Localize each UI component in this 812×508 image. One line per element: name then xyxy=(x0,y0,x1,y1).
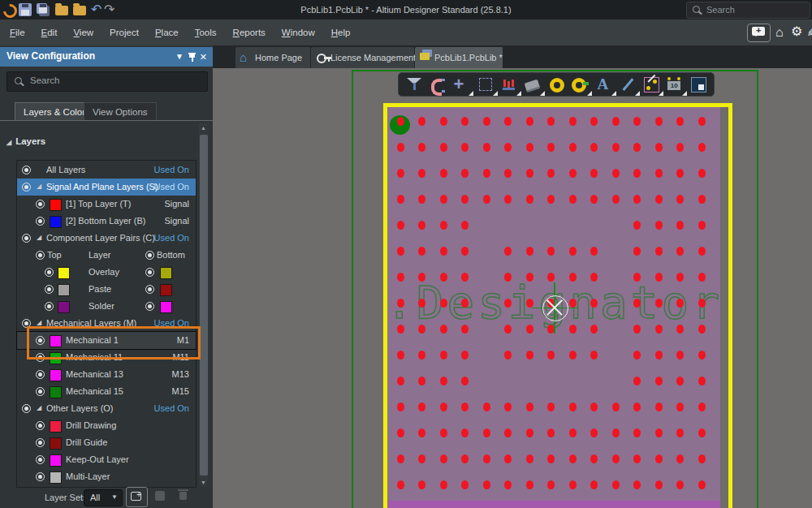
pad[interactable] xyxy=(676,247,684,256)
pad[interactable] xyxy=(504,195,512,204)
pad[interactable] xyxy=(526,273,533,282)
menu-edit[interactable]: Edit xyxy=(33,19,66,45)
pad[interactable] xyxy=(526,143,533,152)
pad[interactable] xyxy=(461,377,469,385)
pad[interactable] xyxy=(526,403,533,411)
pad[interactable] xyxy=(590,480,598,489)
pad[interactable] xyxy=(397,403,404,411)
layer-row-1-top-layer-t[interactable]: [1] Top Layer (T)Signal xyxy=(17,196,196,213)
pad[interactable] xyxy=(698,325,706,334)
pad[interactable] xyxy=(461,480,469,489)
pad[interactable] xyxy=(504,273,512,282)
pad[interactable] xyxy=(418,117,425,126)
pad[interactable] xyxy=(633,117,641,126)
pad[interactable] xyxy=(483,480,490,489)
visibility-eye-icon[interactable] xyxy=(145,251,154,260)
layer-row-solder[interactable]: Solder xyxy=(17,298,196,315)
pad[interactable] xyxy=(633,247,641,256)
visibility-eye-icon[interactable] xyxy=(22,166,31,174)
pad[interactable] xyxy=(504,117,512,126)
doc-tab-pcblib1-pcblib[interactable]: PcbLib1.PcbLib * xyxy=(415,47,503,68)
save-layer-set-button[interactable] xyxy=(150,487,171,506)
pad[interactable] xyxy=(633,377,641,385)
via-icon[interactable] xyxy=(570,75,590,94)
expand-triangle-icon[interactable]: ◢ xyxy=(37,404,41,411)
menu-file[interactable]: File xyxy=(2,19,33,45)
pad[interactable] xyxy=(676,195,684,204)
menu-place[interactable]: Place xyxy=(147,19,187,45)
pad[interactable] xyxy=(397,377,404,385)
pad[interactable] xyxy=(461,117,469,126)
board-shape-icon[interactable] xyxy=(689,75,708,94)
pad[interactable] xyxy=(397,299,404,308)
line-icon[interactable] xyxy=(618,75,637,94)
doc-tab-license-management[interactable]: License Management xyxy=(311,47,415,68)
visibility-eye-icon[interactable] xyxy=(36,455,45,464)
pad[interactable] xyxy=(676,169,684,178)
pad[interactable] xyxy=(655,351,663,359)
delete-layer-set-button[interactable] xyxy=(173,487,193,506)
color-swatch[interactable] xyxy=(50,369,62,381)
color-swatch[interactable] xyxy=(160,267,172,279)
pad[interactable] xyxy=(676,299,684,308)
jump-location-icon[interactable]: + xyxy=(451,75,471,94)
pad[interactable] xyxy=(547,247,555,256)
pad[interactable] xyxy=(655,247,663,256)
pad[interactable] xyxy=(397,273,404,282)
pad[interactable] xyxy=(633,143,641,152)
pad[interactable] xyxy=(569,454,577,463)
layer-row-keep-out-layer[interactable]: Keep-Out Layer xyxy=(17,451,196,468)
pad[interactable] xyxy=(655,428,663,437)
pad[interactable] xyxy=(569,273,577,282)
linear-dimension-icon[interactable]: 10 xyxy=(665,75,685,94)
pad[interactable] xyxy=(440,143,447,152)
menu-tools[interactable]: Tools xyxy=(187,19,225,45)
open-folder-icon[interactable] xyxy=(55,6,68,15)
pad[interactable] xyxy=(590,325,598,334)
undo-icon[interactable]: ↶ xyxy=(91,3,102,16)
pad[interactable] xyxy=(676,143,684,152)
pad[interactable] xyxy=(633,480,641,489)
pad[interactable] xyxy=(676,273,684,282)
pad[interactable] xyxy=(418,221,425,230)
pad[interactable] xyxy=(418,273,425,282)
visibility-eye-icon[interactable] xyxy=(145,302,154,311)
visibility-eye-icon[interactable] xyxy=(22,183,31,192)
gear-icon[interactable]: ⚙ xyxy=(791,25,802,38)
visibility-eye-icon[interactable] xyxy=(36,251,45,260)
pad[interactable] xyxy=(655,480,663,489)
pad[interactable] xyxy=(397,221,404,230)
layer-row-overlay[interactable]: Overlay xyxy=(17,264,196,281)
pad[interactable] xyxy=(461,403,469,411)
pad[interactable] xyxy=(590,247,598,256)
pad[interactable] xyxy=(547,428,555,437)
save-all-icon[interactable] xyxy=(37,3,47,14)
layer-row-signal-and-plane-layers-s[interactable]: ◢Signal And Plane Layers (S)Used On xyxy=(17,179,196,196)
pad[interactable] xyxy=(655,403,663,411)
visibility-eye-icon[interactable] xyxy=(45,285,54,294)
pcb-editor-canvas[interactable]: .Designator +A10 xyxy=(213,68,812,508)
panel-header[interactable]: View Configuration ▼ ✕ xyxy=(0,47,213,67)
menu-project[interactable]: Project xyxy=(102,19,147,45)
expand-triangle-icon[interactable]: ◢ xyxy=(37,183,41,190)
pad[interactable] xyxy=(440,403,447,411)
layer-row-multi-layer[interactable]: Multi-Layer xyxy=(17,468,196,485)
pad[interactable] xyxy=(698,377,706,385)
pad[interactable] xyxy=(569,117,577,126)
pad[interactable] xyxy=(676,351,684,359)
pad[interactable] xyxy=(612,117,620,126)
pad[interactable] xyxy=(418,454,425,463)
pad[interactable] xyxy=(655,169,663,178)
pad[interactable] xyxy=(526,325,533,334)
color-swatch[interactable] xyxy=(50,386,62,398)
add-layer-set-button[interactable] xyxy=(126,487,148,507)
pad[interactable] xyxy=(418,169,425,178)
pad[interactable] xyxy=(526,454,533,463)
pad[interactable] xyxy=(569,480,577,489)
pad[interactable] xyxy=(461,299,469,308)
pad[interactable] xyxy=(440,273,447,282)
pad[interactable] xyxy=(526,351,533,359)
pad[interactable] xyxy=(633,221,641,230)
pad[interactable] xyxy=(676,428,684,437)
pad[interactable] xyxy=(698,117,706,126)
